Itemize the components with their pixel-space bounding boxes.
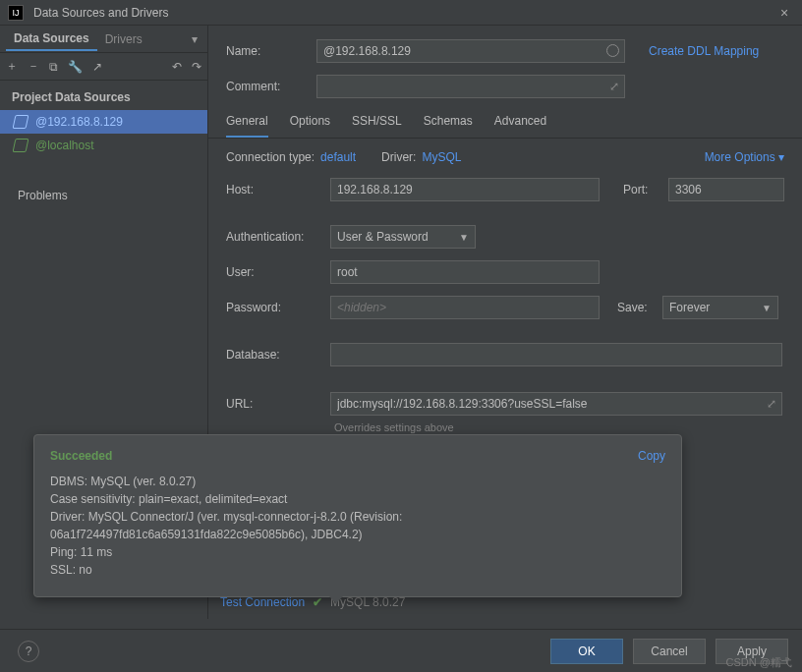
- copy-icon[interactable]: ⧉: [49, 60, 58, 74]
- copy-link[interactable]: Copy: [638, 449, 665, 463]
- dialog-footer: ? OK Cancel Apply: [0, 629, 802, 672]
- tab-general[interactable]: General: [226, 114, 268, 138]
- datasource-label: @localhost: [35, 139, 94, 152]
- driver-label: Driver:: [381, 150, 416, 164]
- chevron-down-icon: ▼: [459, 232, 469, 243]
- auth-value: User & Password: [337, 230, 429, 244]
- database-icon: [13, 139, 29, 152]
- auth-select[interactable]: User & Password ▼: [330, 225, 476, 249]
- name-input[interactable]: [316, 39, 625, 63]
- ok-button[interactable]: OK: [550, 639, 623, 664]
- sidebar-tabs: Data Sources Drivers ▾: [0, 26, 207, 53]
- redo-icon[interactable]: ↷: [192, 60, 201, 74]
- save-value: Forever: [669, 301, 710, 314]
- content-tabs: General Options SSH/SSL Schemas Advanced: [208, 104, 802, 139]
- popup-line: Case sensitivity: plain=exact, delimited…: [50, 490, 665, 508]
- help-icon[interactable]: ?: [18, 641, 39, 662]
- color-circle-icon[interactable]: [606, 44, 619, 57]
- port-input[interactable]: [668, 178, 784, 201]
- close-icon[interactable]: ×: [774, 5, 794, 21]
- password-label: Password:: [226, 301, 320, 314]
- expand-icon[interactable]: ⤢: [767, 397, 776, 411]
- watermark: CSDN @糯弋: [726, 655, 792, 670]
- popup-body: DBMS: MySQL (ver. 8.0.27) Case sensitivi…: [50, 473, 665, 579]
- host-label: Host:: [226, 183, 320, 196]
- save-select[interactable]: Forever ▼: [662, 296, 778, 319]
- tab-data-sources[interactable]: Data Sources: [6, 28, 97, 51]
- popup-line: DBMS: MySQL (ver. 8.0.27): [50, 473, 665, 490]
- section-header: Project Data Sources: [0, 81, 207, 110]
- popup-line: 06a1f724497fd81c6a659131fda822c9e5085b6c…: [50, 526, 665, 543]
- sidebar-toolbar: ＋ － ⧉ 🔧 ↗ ↶ ↷: [0, 53, 207, 81]
- window-title: Data Sources and Drivers: [33, 6, 168, 20]
- port-label: Port:: [623, 183, 659, 196]
- database-input[interactable]: [330, 343, 782, 366]
- expand-icon[interactable]: ⤢: [609, 80, 619, 93]
- url-label: URL:: [226, 397, 320, 411]
- conntype-value[interactable]: default: [320, 150, 356, 164]
- chevron-down-icon[interactable]: ▾: [188, 32, 201, 46]
- wrench-icon[interactable]: 🔧: [68, 60, 83, 74]
- comment-label: Comment:: [226, 80, 305, 93]
- tab-schemas[interactable]: Schemas: [424, 114, 473, 138]
- remove-icon[interactable]: －: [28, 58, 39, 75]
- create-ddl-link[interactable]: Create DDL Mapping: [649, 44, 759, 58]
- tab-advanced[interactable]: Advanced: [494, 114, 546, 138]
- user-label: User:: [226, 265, 320, 279]
- database-label: Database:: [226, 348, 320, 362]
- auth-label: Authentication:: [226, 230, 320, 244]
- popup-line: SSL: no: [50, 561, 665, 579]
- test-connection-link[interactable]: Test Connection: [220, 595, 305, 609]
- status-badge: Succeeded: [50, 449, 112, 463]
- comment-input[interactable]: [316, 75, 625, 98]
- datasource-item[interactable]: @192.168.8.129: [0, 110, 207, 134]
- url-hint: Overrides settings above: [208, 421, 802, 433]
- popup-line: Ping: 11 ms: [50, 543, 665, 561]
- more-options-link[interactable]: More Options ▾: [705, 150, 784, 164]
- popup-line: Driver: MySQL Connector/J (ver. mysql-co…: [50, 508, 665, 526]
- driver-value[interactable]: MySQL: [422, 150, 461, 164]
- chevron-down-icon: ▼: [762, 303, 772, 313]
- datasource-label: @192.168.8.129: [35, 115, 123, 129]
- user-input[interactable]: [330, 260, 600, 284]
- tab-drivers[interactable]: Drivers: [97, 28, 150, 50]
- tab-ssh[interactable]: SSH/SSL: [352, 114, 402, 138]
- database-icon: [13, 115, 29, 129]
- app-icon: IJ: [8, 5, 24, 21]
- name-label: Name:: [226, 44, 305, 58]
- save-label: Save:: [617, 301, 653, 314]
- title-bar: IJ Data Sources and Drivers ×: [0, 0, 802, 26]
- conntype-label: Connection type:: [226, 150, 315, 164]
- problems-link[interactable]: Problems: [0, 171, 207, 220]
- test-result-popup: Succeeded Copy DBMS: MySQL (ver. 8.0.27)…: [33, 434, 682, 597]
- datasource-item[interactable]: @localhost: [0, 134, 207, 157]
- undo-icon[interactable]: ↶: [172, 60, 182, 74]
- url-input[interactable]: [330, 392, 782, 416]
- add-icon[interactable]: ＋: [6, 58, 18, 75]
- tab-options[interactable]: Options: [290, 114, 330, 138]
- check-icon: ✔: [313, 595, 322, 609]
- password-input[interactable]: [330, 296, 600, 319]
- host-input[interactable]: [330, 178, 600, 201]
- open-icon[interactable]: ↗: [92, 60, 102, 74]
- cancel-button[interactable]: Cancel: [633, 639, 706, 664]
